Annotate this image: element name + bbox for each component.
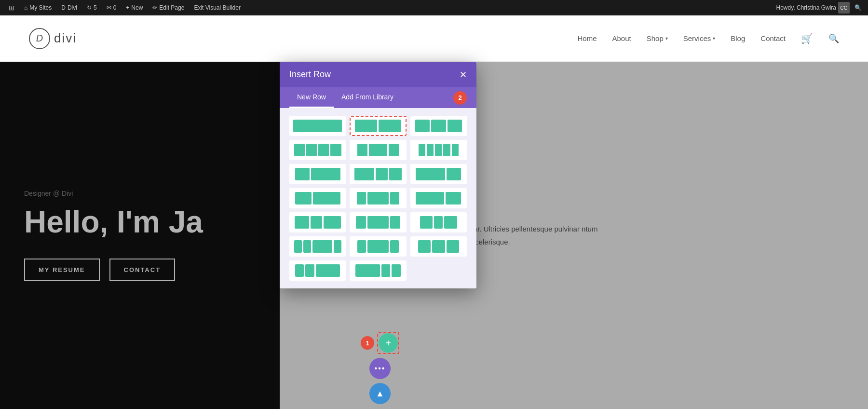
nav-home-label: Home xyxy=(577,34,597,42)
services-chevron-icon: ▾ xyxy=(713,36,715,41)
col-block xyxy=(452,144,459,156)
edit-icon: ✏ xyxy=(152,4,157,11)
col-block xyxy=(357,144,367,156)
nav-services-label: Services xyxy=(683,34,711,42)
nav-blog[interactable]: Blog xyxy=(731,34,745,42)
col-block xyxy=(418,240,431,253)
col-block xyxy=(443,144,450,156)
floating-add-section: 1 + ••• ▲ xyxy=(361,332,399,404)
col-block xyxy=(431,120,446,132)
badge-2: 2 xyxy=(453,91,467,105)
layout-special-4[interactable] xyxy=(410,236,467,257)
col-block xyxy=(318,144,329,156)
col-block xyxy=(381,264,390,277)
col-block xyxy=(313,192,340,204)
col-block xyxy=(295,168,310,180)
new-content-menu[interactable]: + New xyxy=(121,0,148,15)
nav-shop[interactable]: Shop ▾ xyxy=(647,34,668,42)
add-row-button[interactable]: + xyxy=(379,333,398,353)
howdy-text: Howdy, Christina Gwira xyxy=(776,4,836,11)
col-block xyxy=(390,192,399,204)
col-block xyxy=(324,216,340,229)
search-icon[interactable]: 🔍 xyxy=(828,33,839,44)
col-block xyxy=(369,144,388,156)
col-block xyxy=(305,264,314,277)
layout-1-3[interactable] xyxy=(289,164,346,184)
layout-3-1[interactable] xyxy=(410,164,467,184)
layout-special-3[interactable] xyxy=(350,236,406,257)
layout-lg-sm[interactable] xyxy=(410,188,467,208)
col-block xyxy=(434,216,443,229)
col-block xyxy=(416,192,444,204)
layout-4col[interactable] xyxy=(289,140,346,160)
site-logo[interactable]: D divi xyxy=(29,28,77,49)
col-block xyxy=(415,120,430,132)
my-sites-menu[interactable]: ⌂ My Sites xyxy=(19,0,56,15)
col-block xyxy=(448,120,462,132)
col-block xyxy=(420,216,433,229)
layout-1col[interactable] xyxy=(289,116,346,136)
col-block xyxy=(392,264,400,277)
col-block xyxy=(354,168,374,180)
main-content: Designer @ Divi Hello, I'm Ja MY RESUME … xyxy=(0,62,868,409)
layout-sm-wide[interactable] xyxy=(289,260,346,281)
layout-2col-sm-lg-v2[interactable] xyxy=(289,212,346,232)
cart-icon[interactable]: 🛒 xyxy=(801,33,813,44)
layout-3-mixed-b[interactable] xyxy=(350,188,406,208)
layout-5col-v2[interactable] xyxy=(289,236,346,257)
new-label: New xyxy=(131,4,143,11)
logo-circle: D xyxy=(29,28,50,49)
layout-2col-equal[interactable] xyxy=(350,116,406,136)
divi-menu[interactable]: D Divi xyxy=(56,0,82,15)
col-block xyxy=(295,216,309,229)
admin-search-icon[interactable]: 🔍 xyxy=(852,1,864,14)
modal-header: Insert Row ✕ xyxy=(280,62,476,87)
site-header: D divi Home About Shop ▾ Services ▾ Blog… xyxy=(0,15,868,62)
grid-row-3 xyxy=(289,164,467,184)
col-block xyxy=(390,240,398,253)
layout-3col-varied[interactable] xyxy=(350,140,406,160)
nav-contact[interactable]: Contact xyxy=(760,34,786,42)
exit-vb-label: Exit Visual Builder xyxy=(194,4,241,11)
col-block xyxy=(316,264,340,277)
col-block xyxy=(389,168,401,180)
modal-close-button[interactable]: ✕ xyxy=(460,70,467,79)
col-block xyxy=(303,240,311,253)
blue-action-button[interactable]: ▲ xyxy=(369,383,391,404)
nav-about[interactable]: About xyxy=(612,34,631,42)
edit-page-button[interactable]: ✏ Edit Page xyxy=(148,0,189,15)
new-icon: + xyxy=(126,4,129,11)
exit-visual-builder-button[interactable]: Exit Visual Builder xyxy=(189,0,245,15)
col-block xyxy=(355,120,378,132)
layout-special-1[interactable] xyxy=(350,212,406,232)
col-block xyxy=(444,216,457,229)
layout-sm-lg[interactable] xyxy=(289,188,346,208)
add-row-dashed-border: + xyxy=(377,332,399,354)
layout-special-2[interactable] xyxy=(410,212,467,232)
layout-3col-equal[interactable] xyxy=(410,116,467,136)
comments-menu[interactable]: ✉ 0 xyxy=(102,0,122,15)
layout-wide-sm[interactable] xyxy=(350,260,406,281)
nav-services[interactable]: Services ▾ xyxy=(683,34,716,42)
col-block xyxy=(389,144,398,156)
comments-icon: ✉ xyxy=(107,4,111,11)
col-block xyxy=(427,144,434,156)
tab-add-from-library[interactable]: Add From Library xyxy=(334,87,401,108)
col-block xyxy=(357,240,366,253)
more-dots-icon: ••• xyxy=(375,364,386,373)
modal-title: Insert Row xyxy=(289,69,331,80)
layout-5col[interactable] xyxy=(410,140,467,160)
more-options-button[interactable]: ••• xyxy=(369,358,391,379)
admin-user-info: Howdy, Christina Gwira CG 🔍 xyxy=(776,1,864,14)
avatar[interactable]: CG xyxy=(838,2,850,14)
comments-count: 0 xyxy=(113,4,117,11)
tab-new-row[interactable]: New Row xyxy=(289,87,334,108)
divi-icon: D xyxy=(61,4,66,11)
col-block xyxy=(295,192,312,204)
nav-home[interactable]: Home xyxy=(577,34,597,42)
layout-mixed-3[interactable] xyxy=(350,164,406,184)
wp-logo[interactable]: ⊞ xyxy=(4,0,19,15)
col-block xyxy=(311,168,340,180)
nav-blog-label: Blog xyxy=(731,34,745,42)
updates-menu[interactable]: ↻ 5 xyxy=(82,0,102,15)
